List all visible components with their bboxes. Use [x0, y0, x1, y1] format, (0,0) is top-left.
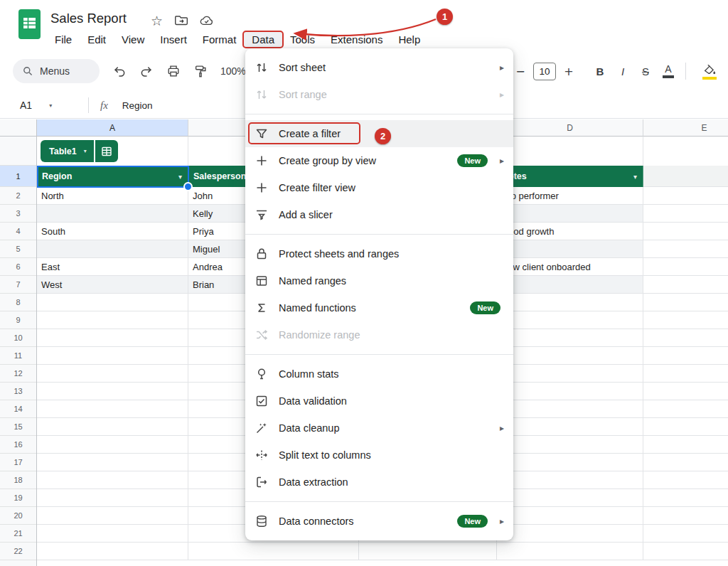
cell-A17[interactable] — [37, 454, 188, 471]
row-header-10[interactable]: 10 — [0, 329, 36, 347]
menu-item-create-filter-view[interactable]: Create filter view — [245, 174, 513, 201]
menu-item-data-cleanup[interactable]: Data cleanup▸ — [245, 415, 513, 442]
undo-button[interactable] — [107, 60, 132, 82]
filter-chevron-icon[interactable]: ▾ — [633, 173, 637, 181]
cell-A20[interactable] — [37, 507, 188, 525]
row-header-3[interactable]: 3 — [0, 205, 36, 223]
cell-E13[interactable] — [643, 383, 728, 400]
cell-A16[interactable] — [37, 436, 188, 454]
row-header-19[interactable]: 19 — [0, 489, 36, 507]
cell-A18[interactable] — [37, 471, 188, 489]
cell-B22[interactable] — [188, 543, 359, 560]
cell-E22[interactable] — [643, 543, 728, 560]
filter-chevron-icon[interactable]: ▾ — [178, 173, 182, 181]
cell-D2[interactable]: Top performer — [497, 187, 643, 205]
row-header-21[interactable]: 21 — [0, 525, 36, 543]
cell-A3[interactable] — [37, 205, 188, 223]
cell-E2[interactable] — [643, 187, 728, 205]
cell-A9[interactable] — [37, 311, 188, 329]
print-button[interactable] — [161, 60, 186, 82]
menu-item-create-group-by-view[interactable]: Create group by viewNew▸ — [245, 147, 513, 174]
cell-D18[interactable] — [497, 471, 643, 489]
cell-E3[interactable] — [643, 205, 728, 223]
cell-D3[interactable] — [497, 205, 643, 223]
fill-color-button[interactable] — [700, 63, 719, 80]
cell-A7[interactable]: West — [37, 276, 188, 294]
row-header-12[interactable]: 12 — [0, 365, 36, 383]
cell-A13[interactable] — [37, 383, 188, 400]
menu-item-split-text-to-columns[interactable]: Split text to columns — [245, 442, 513, 469]
menu-help[interactable]: Help — [390, 32, 428, 47]
increase-font-button[interactable]: + — [563, 65, 574, 78]
cell-A5[interactable] — [37, 240, 188, 258]
cell-E12[interactable] — [643, 365, 728, 383]
cell-E18[interactable] — [643, 471, 728, 489]
cell-D17[interactable] — [497, 454, 643, 471]
cell-E20[interactable] — [643, 507, 728, 525]
row-header-17[interactable]: 17 — [0, 454, 36, 471]
star-icon[interactable]: ☆ — [149, 13, 164, 28]
font-size-input[interactable]: 10 — [533, 63, 556, 80]
menu-item-protect-sheets-and-ranges[interactable]: Protect sheets and ranges — [245, 240, 513, 267]
cell-D19[interactable] — [497, 489, 643, 507]
cell-E14[interactable] — [643, 400, 728, 418]
cell-C22[interactable] — [359, 543, 497, 560]
row-header-20[interactable]: 20 — [0, 507, 36, 525]
paint-format-button[interactable] — [188, 60, 213, 82]
cell-E10[interactable] — [643, 329, 728, 347]
cell-A15[interactable] — [37, 418, 188, 436]
row-header-15[interactable]: 15 — [0, 418, 36, 436]
cell-E8[interactable] — [643, 294, 728, 311]
cell-E5[interactable] — [643, 240, 728, 258]
cell-A4[interactable]: South — [37, 223, 188, 240]
cell-D13[interactable] — [497, 383, 643, 400]
column-header-E[interactable]: E — [643, 119, 728, 137]
cell-E7[interactable] — [643, 276, 728, 294]
text-color-button[interactable]: A — [661, 64, 675, 78]
column-header-A[interactable]: A — [37, 119, 188, 137]
menu-tools[interactable]: Tools — [282, 32, 323, 47]
cell-A14[interactable] — [37, 400, 188, 418]
move-folder-icon[interactable] — [174, 13, 189, 28]
cell-D12[interactable] — [497, 365, 643, 383]
cell-A1[interactable]: Region▾ — [37, 166, 188, 187]
menu-extensions[interactable]: Extensions — [323, 32, 390, 47]
cell-E4[interactable] — [643, 223, 728, 240]
cell-D1[interactable]: Notes▾ — [497, 166, 643, 187]
cell-D15[interactable] — [497, 418, 643, 436]
cell-E19[interactable] — [643, 489, 728, 507]
column-header-D[interactable]: D — [497, 119, 643, 137]
cell-D21[interactable] — [497, 525, 643, 543]
cell-E21[interactable] — [643, 525, 728, 543]
row-header-9[interactable]: 9 — [0, 311, 36, 329]
cell-D6[interactable]: New client onboarded — [497, 258, 643, 276]
row-header-8[interactable]: 8 — [0, 294, 36, 311]
menu-insert[interactable]: Insert — [152, 32, 195, 47]
cell-E15[interactable] — [643, 418, 728, 436]
formula-input[interactable]: Region — [122, 100, 153, 111]
menu-file[interactable]: File — [47, 32, 80, 47]
select-all-corner[interactable] — [0, 119, 37, 137]
cell-A8[interactable] — [37, 294, 188, 311]
menu-view[interactable]: View — [114, 32, 152, 47]
row-header-6[interactable]: 6 — [0, 258, 36, 276]
row-header-1[interactable]: 1 — [0, 166, 36, 187]
cell-A19[interactable] — [37, 489, 188, 507]
cell-D4[interactable]: Good growth — [497, 223, 643, 240]
cell-E16[interactable] — [643, 436, 728, 454]
cell-E11[interactable] — [643, 347, 728, 365]
cell-D10[interactable] — [497, 329, 643, 347]
cell-E6[interactable] — [643, 258, 728, 276]
cell-D14[interactable] — [497, 400, 643, 418]
row-header-16[interactable]: 16 — [0, 436, 36, 454]
cell-D5[interactable] — [497, 240, 643, 258]
name-box[interactable]: A1 ▾ — [0, 100, 85, 111]
cell-D9[interactable] — [497, 311, 643, 329]
row-header-5[interactable]: 5 — [0, 240, 36, 258]
row-header-14[interactable]: 14 — [0, 400, 36, 418]
sheets-logo-icon[interactable] — [18, 9, 41, 39]
decrease-font-button[interactable]: − — [515, 65, 526, 78]
menu-item-sort-sheet[interactable]: Sort sheet▸ — [245, 54, 513, 81]
cell-E1[interactable] — [643, 166, 728, 187]
row-header-22[interactable]: 22 — [0, 543, 36, 560]
